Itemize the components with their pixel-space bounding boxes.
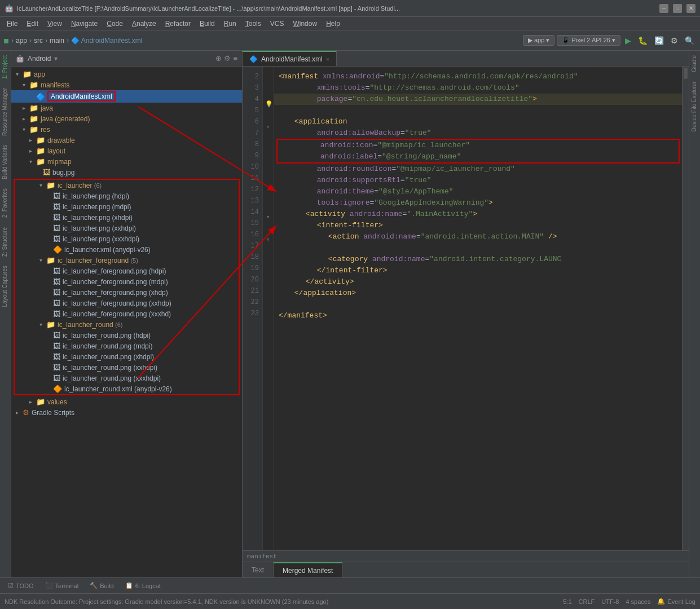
tree-item-ic-launcher[interactable]: ▾ 📁 ic_launcher (6) [15, 180, 239, 191]
sidebar-label-gradle[interactable]: Gradle [689, 51, 700, 77]
menu-view[interactable]: View [43, 19, 67, 29]
tree-item-res[interactable]: ▾ 📁 res [11, 124, 242, 135]
logcat-button[interactable]: 📋 6: Logcat [122, 581, 164, 590]
fold-marker-line14[interactable]: ▿ [266, 213, 270, 220]
toggle-ic-launcher[interactable]: ▾ [39, 182, 45, 188]
panel-settings-button[interactable]: ≡ [233, 54, 237, 63]
menu-build[interactable]: Build [195, 19, 219, 29]
tree-item-ic-launcher-round-hdpi[interactable]: ▸ 🖼 ic_launcher_round.png (hdpi) [15, 330, 239, 341]
tree-item-ic-launcher-xxxhdpi[interactable]: ▸ 🖼 ic_launcher.png (xxxhdpi) [15, 233, 239, 244]
tree-item-values[interactable]: ▸ 📁 values [11, 396, 242, 407]
run-config-dropdown[interactable]: ▶ app ▾ [523, 35, 554, 46]
toggle-layout[interactable]: ▸ [29, 148, 35, 154]
tree-item-mipmap[interactable]: ▾ 📁 mipmap [11, 156, 242, 167]
device-dropdown[interactable]: 📱 Pixel 2 API 26 ▾ [557, 35, 620, 46]
code-view[interactable]: 2 3 4 5 6 7 8 9 10 11 12 13 14 15 16 17 [243, 67, 689, 550]
tree-item-ic-launcher-fg-hdpi[interactable]: ▸ 🖼 ic_launcher_foreground.png (hdpi) [15, 266, 239, 276]
tree-item-ic-launcher-mdpi[interactable]: ▸ 🖼 ic_launcher.png (mdpi) [15, 201, 239, 212]
tree-item-ic-launcher-round[interactable]: ▾ 📁 ic_launcher_round (6) [15, 319, 239, 330]
code-content[interactable]: <manifest xmlns:android="http://schemas.… [274, 67, 682, 550]
status-indent[interactable]: 4 spaces [626, 598, 650, 605]
panel-plus-button[interactable]: ⊕ [215, 54, 222, 63]
toggle-manifests[interactable]: ▾ [23, 82, 28, 88]
menu-vcs[interactable]: VCS [266, 19, 289, 29]
toggle-ic-launcher-fg[interactable]: ▾ [39, 257, 45, 263]
toggle-gradle-scripts[interactable]: ▸ [16, 409, 21, 416]
tree-item-ic-launcher-fg-xxxhdpi[interactable]: ▸ 🖼 ic_launcher_foreground.png (xxxhd) [15, 308, 239, 319]
sidebar-label-favorites[interactable]: 2: Favorites [0, 184, 11, 222]
build-button[interactable]: 🔨 Build [86, 581, 117, 590]
tree-item-ic-launcher-round-xxxhdpi[interactable]: ▸ 🖼 ic_launcher_round.png (xxxhdpi) [15, 373, 239, 383]
tree-item-bug-jpg[interactable]: ▸ 🖼 bug.jpg [11, 167, 242, 178]
sidebar-label-structure[interactable]: Z: Structure [0, 223, 11, 261]
bottom-tab-text[interactable]: Text [243, 562, 274, 577]
fold-marker-line6[interactable]: ▿ [266, 123, 270, 130]
terminal-button[interactable]: ⬛ Terminal [42, 581, 82, 590]
settings-button[interactable]: ⚙ [668, 35, 680, 46]
tree-item-ic-launcher-xml[interactable]: ▸ 🔶 ic_launcher.xml (anydpi-v26) [15, 244, 239, 255]
breadcrumb-root[interactable]: ◼ [3, 37, 9, 45]
tree-item-androidmanifest[interactable]: ▸ 🔷 AndroidManifest.xml [11, 90, 242, 103]
status-crlf[interactable]: CRLF [579, 598, 595, 605]
menu-analyze[interactable]: Analyze [127, 19, 161, 29]
tree-item-app[interactable]: ▾ 📁 app [11, 69, 242, 80]
status-position[interactable]: 5:1 [563, 598, 571, 605]
toggle-java-gen[interactable]: ▸ [23, 116, 28, 122]
toggle-app[interactable]: ▾ [16, 71, 21, 77]
tree-item-drawable[interactable]: ▸ 📁 drawable [11, 135, 242, 145]
status-encoding[interactable]: UTF-8 [601, 598, 619, 605]
breadcrumb-main[interactable]: main [50, 37, 64, 45]
tree-item-ic-launcher-fg-xhdpi[interactable]: ▸ 🖼 ic_launcher_foreground.png (xhdp) [15, 287, 239, 298]
menu-window[interactable]: Window [288, 19, 322, 29]
toggle-java[interactable]: ▸ [23, 105, 28, 111]
event-log-button[interactable]: 🔔 Event Log [657, 598, 695, 605]
menu-file[interactable]: File [2, 19, 22, 29]
tab-close-button[interactable]: × [326, 56, 329, 63]
tree-item-gradle-scripts[interactable]: ▸ ⚙ Gradle Scripts [11, 407, 242, 418]
sidebar-label-device-explorer[interactable]: Device File Explorer [689, 77, 700, 136]
close-button[interactable]: ✕ [686, 4, 695, 13]
menu-navigate[interactable]: Navigate [67, 19, 102, 29]
toggle-mipmap[interactable]: ▾ [29, 158, 35, 165]
menu-refactor[interactable]: Refactor [161, 19, 195, 29]
tree-item-layout[interactable]: ▸ 📁 layout [11, 145, 242, 156]
tree-item-ic-launcher-round-xxhdpi[interactable]: ▸ 🖼 ic_launcher_round.png (xxhdpi) [15, 362, 239, 373]
menu-run[interactable]: Run [219, 19, 241, 29]
window-controls[interactable]: ─ □ ✕ [659, 4, 695, 13]
toggle-drawable[interactable]: ▸ [29, 137, 35, 143]
toggle-ic-launcher-round[interactable]: ▾ [39, 321, 45, 328]
tree-item-ic-launcher-xxhdpi[interactable]: ▸ 🖼 ic_launcher.png (xxhdpi) [15, 223, 239, 233]
tree-item-java[interactable]: ▸ 📁 java [11, 103, 242, 113]
menu-help[interactable]: Help [322, 19, 345, 29]
sidebar-label-build[interactable]: Build Variants [0, 140, 11, 184]
breadcrumb-app[interactable]: app [16, 37, 27, 45]
menu-tools[interactable]: Tools [241, 19, 266, 29]
editor-tab-androidmanifest[interactable]: 🔷 AndroidManifest.xml × [243, 51, 337, 66]
tree-item-ic-launcher-fg-xxhdpi[interactable]: ▸ 🖼 ic_launcher_foreground.png (xxhdp) [15, 298, 239, 308]
fold-marker-line15[interactable]: ▿ [266, 236, 270, 243]
tree-item-ic-launcher-hdpi[interactable]: ▸ 🖼 ic_launcher.png (hdpi) [15, 191, 239, 201]
debug-button[interactable]: 🐛 [636, 35, 650, 46]
tree-item-manifests[interactable]: ▾ 📁 manifests [11, 80, 242, 90]
tree-item-ic-launcher-round-mdpi[interactable]: ▸ 🖼 ic_launcher_round.png (mdpi) [15, 341, 239, 351]
menu-code[interactable]: Code [102, 19, 127, 29]
tree-item-ic-launcher-xhdpi[interactable]: ▸ 🖼 ic_launcher.png (xhdpi) [15, 212, 239, 223]
tree-item-ic-launcher-round-xhdpi[interactable]: ▸ 🖼 ic_launcher_round.png (xhdpi) [15, 351, 239, 362]
sidebar-label-resource[interactable]: Resource Manager [0, 83, 11, 140]
menu-edit[interactable]: Edit [22, 19, 43, 29]
bottom-tab-merged[interactable]: Merged Manifest [274, 562, 342, 577]
maximize-button[interactable]: □ [673, 4, 682, 13]
sidebar-label-project[interactable]: 1: Project [0, 51, 11, 83]
scrollbar-thumb[interactable] [684, 68, 688, 79]
breadcrumb-src[interactable]: src [34, 37, 43, 45]
panel-gear-button[interactable]: ⚙ [224, 54, 231, 63]
tree-item-ic-launcher-round-xml[interactable]: ▸ 🔶 ic_launcher_round.xml (anydpi-v26) [15, 383, 239, 394]
sync-button[interactable]: 🔄 [652, 35, 666, 46]
tree-item-java-gen[interactable]: ▸ 📁 java (generated) [11, 113, 242, 124]
editor-scrollbar[interactable] [682, 67, 689, 550]
toggle-res[interactable]: ▾ [23, 126, 28, 133]
breadcrumb-file[interactable]: 🔷 AndroidManifest.xml [71, 37, 142, 45]
search-button[interactable]: 🔍 [683, 35, 697, 46]
tree-item-ic-launcher-fg[interactable]: ▾ 📁 ic_launcher_foreground (5) [15, 255, 239, 266]
panel-dropdown-arrow[interactable]: ▾ [54, 55, 58, 63]
